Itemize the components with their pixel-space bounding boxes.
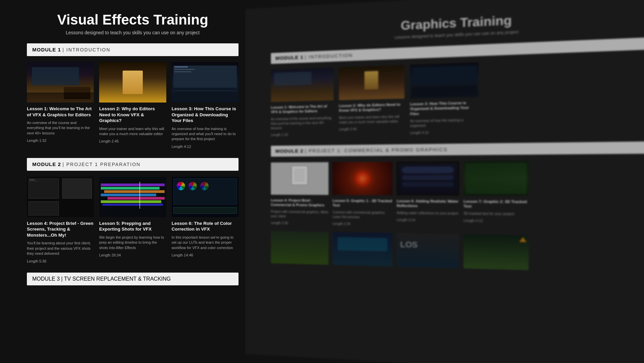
right-module-2-extra-thumbs: LOS <box>271 231 644 277</box>
lesson-4-desc: You'll be learning about your first clie… <box>27 241 94 256</box>
right-lesson-3-desc: An overview of how the training is organ… <box>410 118 479 128</box>
lesson-5-desc: We begin the project by learning how to … <box>99 235 166 250</box>
lesson-5-title: Lesson 5: Prepping and Exporting Shots f… <box>99 220 166 232</box>
lesson-5-length: Length 26:34 <box>99 253 166 257</box>
lesson-3-desc: An overview of how the training is organ… <box>172 126 239 142</box>
right-lesson-5-desc: Connect with commercial graphics. Learn … <box>333 210 392 220</box>
right-lesson-7-desc: 3D tracked text for your project <box>464 211 529 217</box>
lesson-2-title: Lesson 2: Why do Editors Need to Know VF… <box>99 106 166 124</box>
lesson-2-length: Length 2:45 <box>99 139 166 143</box>
right-lesson-card-3: Lesson 3: How This Course is Organized &… <box>410 62 479 134</box>
lesson-3-length: Length 4:12 <box>172 145 239 149</box>
right-module-2-number: MODULE 2 <box>275 148 303 154</box>
right-lesson-1-title: Lesson 1: Welcome to The Art of VFX & Gr… <box>271 104 334 114</box>
right-extra-card-4 <box>464 234 529 274</box>
lesson-card-3[interactable]: Lesson 3: How This Course is Organized &… <box>172 62 239 149</box>
module-1-header: MODULE 1 | INTRODUCTION <box>27 43 239 56</box>
right-module-1-name: | INTRODUCTION <box>305 53 353 60</box>
lesson-card-4[interactable]: Lesson 4: Project Brief - Green Screens,… <box>27 177 94 263</box>
module-2-lessons: Lesson 4: Project Brief - Green Screens,… <box>27 177 239 263</box>
right-module-2-header: MODULE 2 | PROJECT 1: COMMERCIAL & PROMO… <box>271 141 644 157</box>
lesson-4-title: Lesson 4: Project Brief - Green Screens,… <box>27 220 94 238</box>
lesson-1-desc: An overview of the course and everything… <box>27 120 94 136</box>
right-lesson-3-title: Lesson 3: How This Course is Organized &… <box>410 100 479 116</box>
right-lesson-3-thumbnail <box>410 62 479 98</box>
lesson-6-title: Lesson 6: The Role of Color Correction i… <box>172 220 239 232</box>
right-lesson-card-1: Lesson 1: Welcome to The Art of VFX & Gr… <box>271 68 334 137</box>
right-extra-thumb-2 <box>333 232 392 267</box>
module-3-header: MODULE 3 | TV SCREEN REPLACEMENT & TRACK… <box>27 273 239 285</box>
right-lesson-card-6: Lesson 6: Adding Realistic Water Reflect… <box>397 161 459 228</box>
right-lesson-card-5: Lesson 5: Graphic 1 - 3D Tracked Text Co… <box>333 162 392 227</box>
right-module-1-number: MODULE 1 <box>275 54 303 61</box>
right-extra-card-2 <box>333 232 392 270</box>
right-lesson-1-length: Length 1:32 <box>271 132 334 136</box>
module-1-number: MODULE 1 <box>32 47 61 52</box>
lesson-1-title: Lesson 1: Welcome to The Art of VFX & Gr… <box>27 106 94 118</box>
right-lesson-card-4: Lesson 4: Project Brief - Commercial & P… <box>271 162 329 226</box>
lesson-card-2[interactable]: Lesson 2: Why do Editors Need to Know VF… <box>99 62 166 149</box>
module-1-name: | INTRODUCTION <box>62 47 111 52</box>
module-2-name: | PROJECT 1 PREPARATION <box>62 162 140 167</box>
right-lesson-5-thumbnail <box>333 162 392 195</box>
lesson-card-6[interactable]: Lesson 6: The Role of Color Correction i… <box>172 177 239 263</box>
lesson-2-desc: Meet your trainer and learn why this wil… <box>99 126 166 137</box>
lesson-2-thumbnail <box>99 62 166 103</box>
right-module-2-name: | PROJECT 1: COMMERCIAL & PROMO GRAPHICS <box>305 147 447 154</box>
lesson-card-5[interactable]: Lesson 5: Prepping and Exporting Shots f… <box>99 177 166 263</box>
right-module-1-lessons: Lesson 1: Welcome to The Art of VFX & Gr… <box>271 56 644 137</box>
right-lesson-7-thumbnail <box>464 161 529 196</box>
right-lesson-6-length: Length 3:14 <box>397 218 459 223</box>
right-lesson-card-2: Lesson 2: Why do Editors Need to Know VF… <box>339 65 404 136</box>
right-extra-thumb-4 <box>464 234 529 270</box>
lesson-4-length: Length 5:36 <box>27 259 94 263</box>
module-3-number: MODULE 3 <box>32 276 60 282</box>
lesson-4-thumbnail <box>27 177 94 217</box>
module-2-number: MODULE 2 <box>32 161 61 167</box>
right-lesson-2-thumbnail <box>339 65 404 100</box>
lesson-card-1[interactable]: Lesson 1: Welcome to The Art of VFX & Gr… <box>27 62 94 149</box>
right-lesson-card-7: Lesson 7: Graphic 2: 3D Tracked Text 3D … <box>464 161 529 229</box>
left-panel-title: Visual Effects Training <box>27 12 239 28</box>
left-panel: Visual Effects Training Lessons designed… <box>0 0 245 363</box>
right-lesson-4-thumbnail <box>271 162 329 195</box>
right-lesson-6-thumbnail <box>397 161 459 196</box>
right-lesson-7-title: Lesson 7: Graphic 2: 3D Tracked Text <box>464 199 529 209</box>
lesson-6-length: Length 14:46 <box>172 253 239 257</box>
right-extra-card-1 <box>271 231 329 268</box>
right-lesson-7-length: Length 4:12 <box>464 219 529 224</box>
right-lesson-6-title: Lesson 6: Adding Realistic Water Reflect… <box>397 199 459 209</box>
right-panel: Graphics Training Lessons designed to te… <box>245 0 644 363</box>
right-lesson-4-length: Length 3:26 <box>271 221 329 226</box>
lesson-1-thumbnail <box>27 62 94 103</box>
right-lesson-4-desc: Project with commercial graphics. Meet y… <box>271 210 329 219</box>
right-lesson-2-length: Length 2:45 <box>339 126 404 131</box>
lesson-1-length: Length 1:32 <box>27 138 94 143</box>
right-lesson-3-length: Length 4:12 <box>410 130 479 135</box>
right-lesson-5-length: Length 2:34 <box>333 222 392 227</box>
module-2-header: MODULE 2 | PROJECT 1 PREPARATION <box>27 158 239 171</box>
right-extra-thumb-1 <box>271 231 329 265</box>
right-lesson-2-title: Lesson 2: Why do Editors Need to Know VF… <box>339 102 404 113</box>
right-lesson-5-title: Lesson 5: Graphic 1 - 3D Tracked Text <box>333 198 392 208</box>
lesson-6-thumbnail <box>172 177 239 217</box>
right-lesson-2-desc: Meet your trainer and learn why this wil… <box>339 114 404 125</box>
left-panel-subtitle: Lessons designed to teach you skills you… <box>27 30 239 35</box>
right-extra-thumb-3: LOS <box>397 233 459 269</box>
right-lesson-6-desc: Adding water reflections to your project <box>397 211 459 216</box>
lesson-6-desc: In this important lesson we're going to … <box>172 235 239 250</box>
right-lesson-1-desc: An overview of the course and everything… <box>271 116 334 130</box>
right-module-2-lessons: Lesson 4: Project Brief - Commercial & P… <box>271 160 644 230</box>
lesson-3-title: Lesson 3: How This Course is Organized &… <box>172 106 239 124</box>
lesson-5-thumbnail <box>99 177 166 217</box>
lesson-3-thumbnail <box>172 62 239 103</box>
module-1-lessons: Lesson 1: Welcome to The Art of VFX & Gr… <box>27 62 239 149</box>
right-lesson-1-thumbnail <box>271 68 334 102</box>
right-lesson-4-title: Lesson 4: Project Brief - Commercial & P… <box>271 198 329 208</box>
module-3-name: | TV SCREEN REPLACEMENT & TRACKING <box>61 276 171 282</box>
right-extra-card-3: LOS <box>397 233 459 272</box>
